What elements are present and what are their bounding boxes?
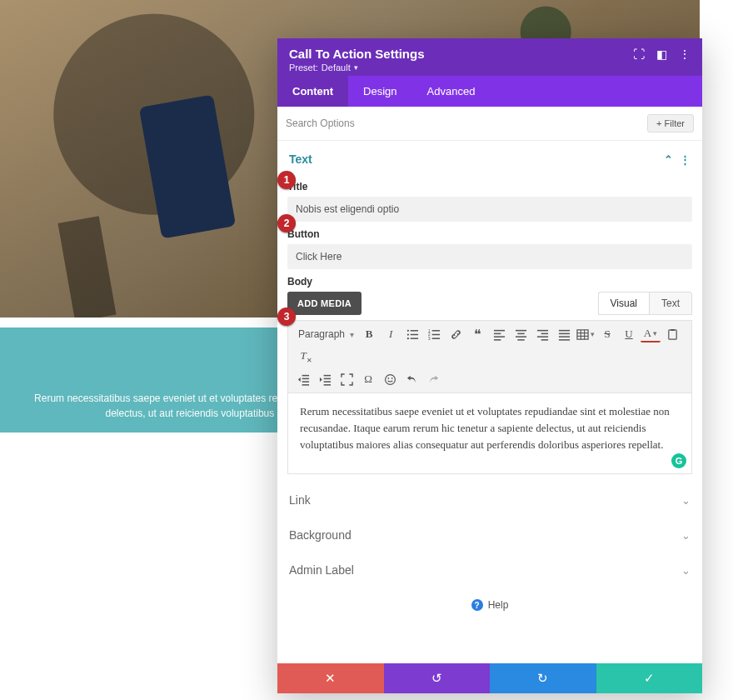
chevron-down-icon: ⌄ (681, 494, 691, 507)
settings-tabs: Content Design Advanced (277, 76, 702, 107)
redo-icon[interactable] (423, 369, 443, 389)
svg-rect-7 (431, 330, 439, 332)
align-left-icon[interactable] (489, 324, 509, 344)
preset-value: Default (322, 62, 351, 72)
svg-rect-19 (517, 339, 524, 341)
annotation-3: 3 (277, 308, 296, 326)
save-button[interactable]: ✓ (596, 663, 703, 693)
check-icon: ✓ (644, 671, 655, 686)
tab-design[interactable]: Design (348, 76, 411, 107)
svg-rect-17 (517, 332, 524, 334)
chevron-up-icon[interactable]: ⌃ (664, 153, 673, 166)
svg-rect-13 (493, 332, 500, 334)
svg-point-44 (387, 378, 389, 379)
section-text-header[interactable]: Text ⌃ ⋮ (287, 144, 692, 174)
cancel-button[interactable]: ✕ (277, 663, 384, 693)
align-justify-icon[interactable] (554, 324, 574, 344)
search-input[interactable]: Search Options (286, 118, 355, 129)
special-char-icon[interactable]: Ω (358, 369, 378, 389)
bold-icon[interactable]: B (359, 324, 379, 344)
svg-rect-24 (558, 329, 569, 331)
svg-rect-5 (410, 338, 417, 339)
outdent-icon[interactable] (293, 369, 313, 389)
add-media-button[interactable]: ADD MEDIA (287, 292, 362, 315)
svg-rect-36 (302, 378, 308, 379)
svg-point-43 (385, 374, 395, 384)
panel-body: Text ⌃ ⋮ Title Button Body ADD MEDIA Vis… (277, 141, 702, 663)
svg-rect-22 (536, 336, 547, 338)
section-background[interactable]: Background ⌄ (277, 518, 702, 552)
editor-mode-visual[interactable]: Visual (598, 292, 649, 315)
align-center-icon[interactable] (511, 324, 531, 344)
expand-icon[interactable]: ⛶ (633, 48, 645, 60)
svg-rect-33 (668, 329, 676, 338)
svg-point-45 (391, 378, 392, 379)
undo-button[interactable]: ↺ (384, 663, 491, 693)
preset-selector[interactable]: Preset: Default ▾ (289, 62, 425, 72)
section-admin-label[interactable]: Admin Label ⌄ (277, 552, 702, 588)
clear-format-icon[interactable]: T✕ (293, 346, 313, 366)
editor-mode-text[interactable]: Text (649, 292, 692, 315)
tab-content[interactable]: Content (277, 76, 348, 107)
italic-icon[interactable]: I (381, 324, 401, 344)
body-field-label: Body (287, 276, 692, 288)
modal-footer: ✕ ↺ ↻ ✓ (277, 663, 702, 693)
svg-point-2 (406, 333, 408, 335)
underline-icon[interactable]: U (619, 324, 639, 344)
undo-icon[interactable] (401, 369, 421, 389)
section-background-title: Background (289, 528, 352, 542)
columns-icon[interactable]: ◧ (656, 48, 667, 60)
svg-rect-26 (558, 336, 569, 338)
filter-button[interactable]: +Filter (647, 114, 694, 132)
align-right-icon[interactable] (532, 324, 552, 344)
svg-rect-18 (515, 336, 526, 338)
emoji-icon[interactable] (380, 369, 400, 389)
section-more-icon[interactable]: ⋮ (680, 153, 691, 166)
indent-icon[interactable] (315, 369, 335, 389)
svg-rect-20 (536, 329, 547, 331)
editor-toolbar: Paragraph B I 123 ❝ S U A T✕ (287, 320, 692, 392)
svg-rect-42 (323, 384, 330, 386)
button-text-input[interactable] (287, 244, 692, 269)
svg-rect-37 (302, 381, 308, 382)
editor-mode-tabs: Visual Text (598, 292, 692, 315)
svg-rect-38 (302, 384, 308, 386)
svg-rect-40 (323, 378, 330, 379)
bullet-list-icon[interactable] (402, 324, 422, 344)
help-icon: ? (471, 599, 483, 611)
fullscreen-icon[interactable] (337, 369, 357, 389)
svg-rect-23 (541, 339, 547, 341)
grammarly-icon[interactable]: G (671, 453, 686, 468)
svg-rect-34 (671, 328, 675, 330)
chevron-down-icon: ⌄ (681, 564, 691, 577)
body-editor[interactable]: Rerum necessitatibus saepe eveniet ut et… (287, 392, 692, 474)
title-input[interactable] (287, 197, 692, 222)
redo-button[interactable]: ↻ (490, 663, 596, 693)
chevron-down-icon: ⌄ (681, 529, 691, 542)
strikethrough-icon[interactable]: S (597, 324, 617, 344)
paragraph-dropdown[interactable]: Paragraph (293, 324, 357, 344)
more-icon[interactable]: ⋮ (679, 48, 691, 60)
svg-rect-39 (323, 374, 330, 376)
paste-icon[interactable] (662, 324, 682, 344)
table-icon[interactable] (576, 324, 596, 344)
section-link[interactable]: Link ⌄ (277, 482, 702, 518)
svg-rect-21 (541, 332, 547, 334)
blockquote-icon[interactable]: ❝ (467, 324, 487, 344)
svg-rect-14 (493, 336, 504, 338)
svg-rect-11 (431, 338, 439, 339)
ordered-list-icon[interactable]: 123 (424, 324, 444, 344)
modal-title: Call To Action Settings (289, 47, 425, 61)
help-link[interactable]: ? Help (277, 588, 702, 619)
chevron-down-icon: ▾ (354, 63, 358, 72)
section-admin-label-title: Admin Label (289, 563, 354, 577)
svg-rect-35 (302, 374, 308, 376)
help-label: Help (488, 599, 509, 611)
close-icon: ✕ (325, 671, 336, 686)
link-icon[interactable] (446, 324, 466, 344)
tab-advanced[interactable]: Advanced (412, 76, 491, 107)
text-color-icon[interactable]: A (641, 326, 661, 342)
svg-point-4 (406, 338, 408, 339)
svg-rect-12 (493, 329, 504, 331)
svg-rect-28 (577, 329, 588, 338)
